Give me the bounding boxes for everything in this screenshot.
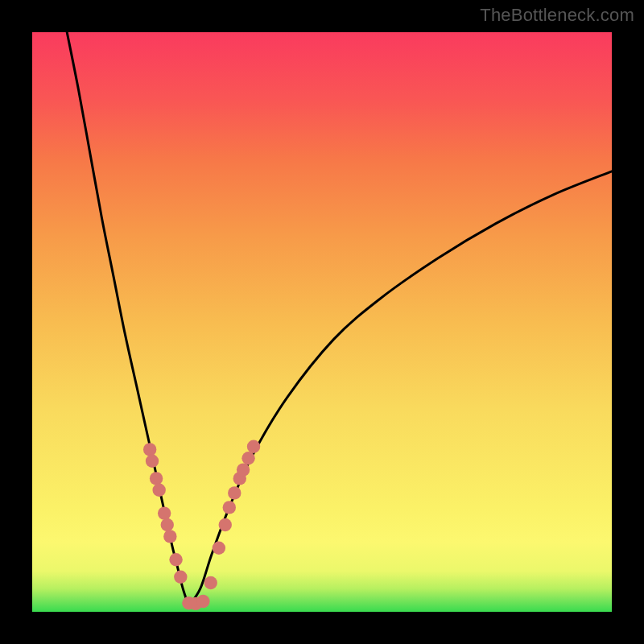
marker-dot <box>242 452 254 464</box>
plot-area <box>32 32 612 612</box>
marker-dot <box>161 518 174 531</box>
marker-dot <box>223 501 236 514</box>
marker-dot <box>196 595 209 608</box>
marker-dot <box>219 518 232 531</box>
curve-layer <box>32 32 612 612</box>
chart-container: TheBottleneck.com <box>0 0 644 644</box>
marker-dot <box>169 553 182 566</box>
marker-dot <box>204 576 217 589</box>
marker-dot <box>152 484 165 497</box>
marker-dot <box>158 506 171 519</box>
marker-dot <box>146 455 159 468</box>
marker-dot <box>150 472 163 485</box>
marker-dot <box>163 530 176 543</box>
curve-right <box>188 171 612 606</box>
watermark-text: TheBottleneck.com <box>480 5 634 26</box>
marker-dot <box>228 486 241 499</box>
marker-dot <box>174 571 187 584</box>
marker-dot <box>213 542 225 555</box>
marker-dot <box>247 440 260 453</box>
marker-dot <box>143 443 156 456</box>
marker-dot <box>237 463 250 476</box>
